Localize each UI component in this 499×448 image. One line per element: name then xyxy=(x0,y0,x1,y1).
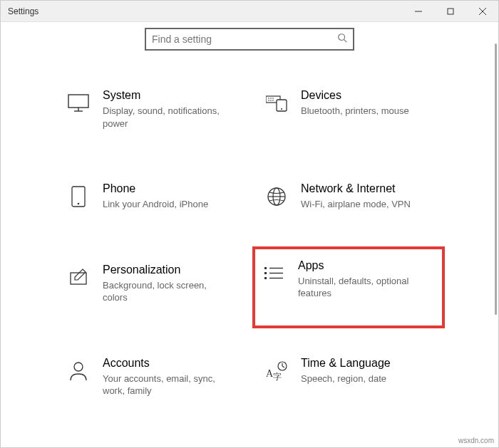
tile-desc: Display, sound, notifications, power xyxy=(103,105,234,130)
svg-rect-26 xyxy=(264,272,267,274)
scrollbar[interactable] xyxy=(495,43,497,443)
tile-desc: Speech, region, date xyxy=(301,373,432,385)
watermark: wsxdn.com xyxy=(458,437,494,444)
svg-text:字: 字 xyxy=(273,372,282,381)
close-icon xyxy=(479,8,486,15)
tile-time-language[interactable]: A字 Time & Language Speech, region, date xyxy=(262,353,435,402)
window-title: Settings xyxy=(8,6,38,16)
tile-title: System xyxy=(103,89,234,102)
tile-network[interactable]: Network & Internet Wi-Fi, airplane mode,… xyxy=(262,178,435,215)
scrollbar-thumb[interactable] xyxy=(495,43,497,315)
svg-rect-1 xyxy=(448,9,453,14)
svg-point-30 xyxy=(74,363,83,371)
tile-title: Accounts xyxy=(103,357,234,370)
maximize-button[interactable] xyxy=(434,1,466,22)
tile-desc: Bluetooth, printers, mouse xyxy=(301,105,432,118)
tile-apps[interactable]: Apps Uninstall, defaults, optional featu… xyxy=(262,259,435,300)
search-input[interactable] xyxy=(146,29,353,49)
svg-point-4 xyxy=(339,34,345,41)
tile-phone[interactable]: Phone Link your Android, iPhone xyxy=(64,178,237,215)
tile-title: Phone xyxy=(103,182,234,195)
content-area: System Display, sound, notifications, po… xyxy=(1,22,498,447)
svg-point-14 xyxy=(272,98,274,99)
devices-icon xyxy=(265,92,288,115)
tile-desc: Your accounts, email, sync, work, family xyxy=(103,373,234,397)
tile-title: Apps xyxy=(298,259,435,272)
tile-desc: Link your Android, iPhone xyxy=(103,198,234,211)
tile-desc: Background, lock screen, colors xyxy=(103,279,234,304)
svg-line-35 xyxy=(282,366,284,368)
minimize-icon xyxy=(415,8,422,15)
search-box[interactable] xyxy=(145,28,354,51)
time-language-icon: A字 xyxy=(265,360,288,382)
paintbrush-icon xyxy=(67,266,90,289)
svg-rect-6 xyxy=(68,95,88,108)
svg-point-15 xyxy=(268,100,269,101)
display-icon xyxy=(67,92,90,115)
apps-highlight: Apps Uninstall, defaults, optional featu… xyxy=(252,246,445,328)
svg-point-12 xyxy=(268,98,269,99)
tile-personalization[interactable]: Personalization Background, lock screen,… xyxy=(64,259,237,308)
tile-desc: Uninstall, defaults, optional features xyxy=(298,275,435,300)
list-icon xyxy=(262,262,285,285)
maximize-icon xyxy=(447,8,454,15)
svg-rect-23 xyxy=(71,273,86,284)
person-icon xyxy=(67,360,90,382)
settings-grid: System Display, sound, notifications, po… xyxy=(64,85,435,402)
svg-line-5 xyxy=(344,40,347,43)
window-controls xyxy=(402,1,498,22)
titlebar: Settings xyxy=(1,1,498,22)
svg-point-11 xyxy=(281,108,282,110)
tile-title: Devices xyxy=(301,89,432,102)
tile-devices[interactable]: Devices Bluetooth, printers, mouse xyxy=(262,85,435,134)
tile-title: Personalization xyxy=(103,264,234,276)
search-icon xyxy=(337,33,347,46)
close-button[interactable] xyxy=(466,1,498,22)
svg-rect-28 xyxy=(264,277,267,279)
svg-point-13 xyxy=(270,98,272,99)
svg-point-16 xyxy=(270,100,272,101)
svg-rect-24 xyxy=(264,267,267,269)
tile-title: Network & Internet xyxy=(301,182,432,195)
phone-icon xyxy=(67,185,90,208)
svg-point-19 xyxy=(78,203,80,205)
tile-desc: Wi-Fi, airplane mode, VPN xyxy=(301,198,432,211)
tile-title: Time & Language xyxy=(301,357,432,370)
tile-system[interactable]: System Display, sound, notifications, po… xyxy=(64,85,237,134)
globe-icon xyxy=(265,185,288,208)
minimize-button[interactable] xyxy=(402,1,434,22)
svg-point-17 xyxy=(272,100,274,101)
tile-accounts[interactable]: Accounts Your accounts, email, sync, wor… xyxy=(64,353,237,402)
